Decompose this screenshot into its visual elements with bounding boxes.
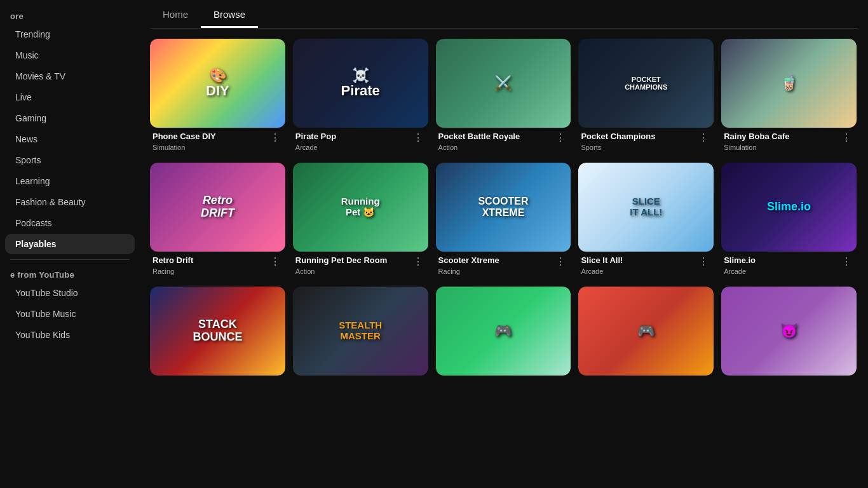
game-card-unknown-purple[interactable]: 😈 — [721, 287, 857, 376]
game-title: Scooter Xtreme — [438, 255, 553, 266]
sidebar-item-youtube-kids[interactable]: YouTube Kids — [5, 325, 135, 345]
sidebar-item-youtube-studio[interactable]: YouTube Studio — [5, 283, 135, 303]
game-text-info: Pirate Pop Arcade — [295, 132, 410, 151]
game-genre: Arcade — [724, 268, 839, 275]
game-thumbnail: 🎮 — [436, 287, 571, 376]
sidebar-item-learning[interactable]: Learning — [5, 171, 135, 191]
sidebar-more-from-youtube: e from YouTube — [0, 265, 140, 282]
game-title: Pocket Champions — [581, 132, 696, 142]
sidebar-item-label: Gaming — [15, 113, 46, 123]
game-text-info: Rainy Boba Cafe Simulation — [724, 132, 839, 151]
game-thumbnail: RetroDRIFT — [150, 163, 285, 252]
game-card-slice-it-all[interactable]: SLICEIT ALL! Slice It All! Arcade ⋮ — [578, 163, 714, 276]
thumb-overlay: Slime.io — [762, 196, 816, 219]
game-thumbnail: POCKETCHAMPIONS — [578, 39, 714, 128]
game-text-info: Pocket Champions Sports — [581, 132, 696, 151]
game-card-rainy-boba-cafe[interactable]: 🧋 Rainy Boba Cafe Simulation ⋮ — [721, 39, 857, 152]
main-content: Home Browse 🎨DIY Phone Case DIY Simulati… — [140, 0, 868, 488]
sidebar-item-label: Learning — [15, 176, 50, 186]
game-thumbnail: ⚔️ — [436, 39, 571, 128]
sidebar-item-trending[interactable]: Trending — [5, 24, 135, 44]
sidebar-item-label: Playables — [15, 239, 57, 249]
tab-bar: Home Browse — [150, 0, 858, 29]
sidebar-item-label: Sports — [15, 155, 41, 165]
game-title: Running Pet Dec Room — [295, 255, 410, 266]
game-info: Slice It All! Arcade ⋮ — [578, 252, 714, 276]
tab-home[interactable]: Home — [150, 3, 201, 28]
game-info: Pirate Pop Arcade ⋮ — [293, 128, 428, 152]
sidebar-item-sports[interactable]: Sports — [5, 150, 135, 170]
sidebar-item-playables[interactable]: Playables — [5, 234, 135, 254]
game-info: Running Pet Dec Room Action ⋮ — [293, 252, 428, 276]
game-menu-button[interactable]: ⋮ — [839, 132, 854, 144]
game-menu-button[interactable]: ⋮ — [410, 132, 426, 144]
game-card-running-pet[interactable]: RunningPet 🐱 Running Pet Dec Room Action… — [293, 163, 428, 276]
game-thumbnail: RunningPet 🐱 — [293, 163, 428, 252]
sidebar-item-fashion-beauty[interactable]: Fashion & Beauty — [5, 192, 135, 212]
sidebar-divider — [10, 259, 130, 260]
game-genre: Action — [295, 268, 410, 275]
game-menu-button[interactable]: ⋮ — [839, 255, 854, 268]
game-card-unknown-red[interactable]: 🎮 — [578, 287, 714, 376]
sidebar-item-live[interactable]: Live — [5, 87, 135, 107]
game-menu-button[interactable]: ⋮ — [553, 132, 568, 144]
game-menu-button[interactable]: ⋮ — [696, 255, 711, 268]
game-title: Phone Case DIY — [153, 132, 268, 142]
game-menu-button[interactable]: ⋮ — [553, 255, 568, 268]
game-row-2: RetroDRIFT Retro Drift Racing ⋮ RunningP… — [150, 163, 858, 276]
game-text-info: Slime.io Arcade — [724, 255, 839, 275]
tab-browse[interactable]: Browse — [201, 3, 258, 28]
thumb-overlay: SLICEIT ALL! — [625, 191, 667, 222]
game-text-info: Slice It All! Arcade — [581, 255, 696, 275]
game-thumbnail: SLICEIT ALL! — [578, 163, 714, 252]
game-row-3: STACKBOUNCE STEALTHMASTER 🎮 🎮 😈 — [150, 287, 858, 376]
game-title: Retro Drift — [153, 255, 268, 266]
thumb-overlay: 😈 — [775, 318, 803, 344]
game-info: Slime.io Arcade ⋮ — [721, 252, 857, 276]
game-card-pirate-pop[interactable]: ☠️Pirate Pirate Pop Arcade ⋮ — [293, 39, 428, 152]
game-menu-button[interactable]: ⋮ — [696, 132, 711, 144]
sidebar-item-movies-tv[interactable]: Movies & TV — [5, 66, 135, 86]
game-menu-button[interactable]: ⋮ — [410, 255, 426, 268]
game-title: Pocket Battle Royale — [438, 132, 553, 142]
game-genre: Sports — [581, 144, 696, 151]
sidebar-item-podcasts[interactable]: Podcasts — [5, 213, 135, 233]
thumb-overlay: STEALTHMASTER — [334, 315, 387, 346]
game-thumbnail: 🎮 — [578, 287, 714, 376]
game-title: Slice It All! — [581, 255, 696, 266]
game-thumbnail: 😈 — [721, 287, 857, 376]
game-menu-button[interactable]: ⋮ — [268, 132, 283, 144]
game-info: Pocket Battle Royale Action ⋮ — [436, 128, 571, 152]
sidebar-item-label: YouTube Music — [15, 309, 76, 319]
game-menu-button[interactable]: ⋮ — [268, 255, 283, 268]
thumb-overlay: ☠️Pirate — [336, 63, 385, 104]
game-info: Pocket Champions Sports ⋮ — [578, 128, 714, 152]
sidebar-item-youtube-music[interactable]: YouTube Music — [5, 304, 135, 324]
game-genre: Simulation — [153, 144, 268, 151]
thumb-overlay: RetroDRIFT — [196, 189, 240, 225]
game-text-info: Pocket Battle Royale Action — [438, 132, 553, 151]
sidebar-item-music[interactable]: Music — [5, 45, 135, 65]
game-info: Retro Drift Racing ⋮ — [150, 252, 285, 276]
thumb-overlay: SCOOTERXTREME — [473, 191, 533, 223]
game-thumbnail: STEALTHMASTER — [293, 287, 428, 376]
game-card-stack-bounce[interactable]: STACKBOUNCE — [150, 287, 285, 376]
game-card-unknown-green[interactable]: 🎮 — [436, 287, 571, 376]
game-card-retro-drift[interactable]: RetroDRIFT Retro Drift Racing ⋮ — [150, 163, 285, 276]
sidebar-item-gaming[interactable]: Gaming — [5, 108, 135, 128]
game-card-stealth-master[interactable]: STEALTHMASTER — [293, 287, 428, 376]
game-text-info: Retro Drift Racing — [153, 255, 268, 275]
game-card-pocket-battle-royale[interactable]: ⚔️ Pocket Battle Royale Action ⋮ — [436, 39, 571, 152]
game-card-slime-io[interactable]: Slime.io Slime.io Arcade ⋮ — [721, 163, 857, 276]
sidebar-item-news[interactable]: News — [5, 129, 135, 149]
thumb-overlay: RunningPet 🐱 — [336, 191, 385, 222]
game-thumbnail: 🧋 — [721, 39, 857, 128]
sidebar-item-label: Podcasts — [15, 218, 52, 228]
thumb-overlay: 🧋 — [775, 71, 803, 96]
game-thumbnail: 🎨DIY — [150, 39, 285, 128]
game-card-scooter-xtreme[interactable]: SCOOTERXTREME Scooter Xtreme Racing ⋮ — [436, 163, 571, 276]
game-card-phone-case-diy[interactable]: 🎨DIY Phone Case DIY Simulation ⋮ — [150, 39, 285, 152]
game-title: Pirate Pop — [295, 132, 410, 142]
game-card-pocket-champions[interactable]: POCKETCHAMPIONS Pocket Champions Sports … — [578, 39, 714, 152]
game-info: Scooter Xtreme Racing ⋮ — [436, 252, 571, 276]
